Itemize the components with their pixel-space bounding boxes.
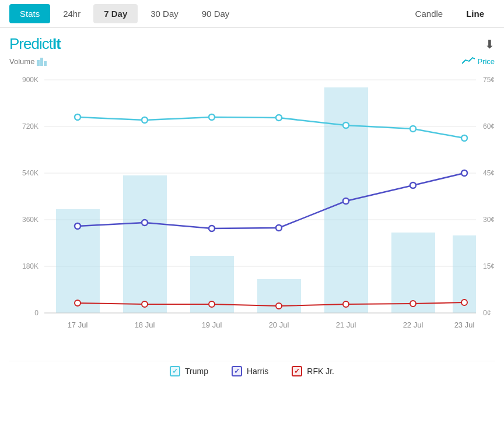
legend-harris: ✓ Harris [232,366,268,376]
chart-legend: ✓ Trump ✓ Harris ✓ RFK Jr. [9,361,495,376]
svg-text:720K: 720K [22,122,38,131]
svg-text:19 Jul: 19 Jul [202,321,222,329]
legend-rfk-label: RFK Jr. [307,367,334,376]
svg-text:75¢: 75¢ [483,76,495,84]
axis-labels-row: Volume Price [9,57,495,66]
svg-text:23 Jul: 23 Jul [454,321,475,329]
harris-dot-1 [75,223,80,229]
price-text: Price [477,57,495,66]
legend-harris-label: Harris [247,367,268,376]
volume-text: Volume [9,57,34,66]
main-chart-svg: 900K 720K 540K 360K 180K 0 75¢ 60¢ 45¢ 3… [9,68,495,354]
svg-text:180K: 180K [22,262,38,270]
trump-dot-1 [75,114,80,120]
rfk-dot-4 [276,303,282,309]
chart-svg-wrapper: 900K 720K 540K 360K 180K 0 75¢ 60¢ 45¢ 3… [9,68,495,354]
tab-30day[interactable]: 30 Day [140,4,189,23]
price-line-icon [462,57,475,66]
legend-trump-checkmark: ✓ [172,367,178,375]
svg-text:17 Jul: 17 Jul [68,321,88,329]
harris-dot-2 [142,220,148,226]
rfk-dot-7 [461,300,467,305]
legend-rfk-checkbox[interactable]: ✓ [292,366,302,376]
svg-text:900K: 900K [22,76,38,84]
harris-dot-5 [343,198,349,204]
rfk-dot-5 [343,301,349,307]
legend-harris-checkmark: ✓ [234,367,240,375]
harris-dot-3 [209,226,215,231]
legend-trump-checkbox[interactable]: ✓ [170,366,180,376]
svg-text:30¢: 30¢ [483,216,495,224]
svg-text:360K: 360K [22,216,38,224]
rfk-dot-6 [410,301,416,307]
legend-rfk: ✓ RFK Jr. [292,366,334,376]
logo-it: It [52,35,61,52]
trump-dot-4 [276,115,282,121]
legend-trump-label: Trump [185,367,208,376]
harris-dot-4 [276,225,282,231]
volume-label: Volume [9,57,47,66]
bar-18jul [123,175,167,313]
legend-rfk-checkmark: ✓ [294,367,300,375]
download-icon[interactable]: ⬇ [485,37,495,51]
trump-dot-5 [343,122,349,128]
tab-stats[interactable]: Stats [9,4,50,23]
chart-header: PredictIt ⬇ [9,35,495,53]
tab-90day[interactable]: 90 Day [191,4,240,23]
svg-text:0: 0 [34,309,38,317]
logo: PredictIt [9,35,61,53]
tab-24hr[interactable]: 24hr [52,4,91,23]
svg-text:60¢: 60¢ [483,122,495,131]
top-nav: Stats 24hr 7 Day 30 Day 90 Day Candle Li… [0,0,504,28]
svg-text:22 Jul: 22 Jul [403,321,424,329]
rfk-dot-3 [209,301,215,307]
trump-dot-7 [461,135,467,141]
price-label: Price [462,57,495,66]
trump-dot-3 [209,114,215,120]
svg-text:540K: 540K [22,169,38,177]
svg-text:18 Jul: 18 Jul [135,321,155,329]
trump-line [78,117,464,138]
chart-container: PredictIt ⬇ Volume Price [0,28,504,426]
tab-line[interactable]: Line [456,4,495,23]
svg-text:21 Jul: 21 Jul [336,321,356,329]
tab-candle[interactable]: Candle [405,4,454,23]
rfk-dot-2 [142,301,148,307]
svg-text:0¢: 0¢ [483,309,491,317]
volume-bar-icon [37,57,47,66]
svg-text:15¢: 15¢ [483,262,495,270]
logo-predict: Predict [9,35,52,52]
legend-trump: ✓ Trump [170,366,208,376]
harris-dot-7 [461,170,467,176]
svg-text:45¢: 45¢ [483,169,495,177]
legend-harris-checkbox[interactable]: ✓ [232,366,242,376]
svg-text:20 Jul: 20 Jul [269,321,289,329]
harris-dot-6 [410,182,416,188]
tab-7day[interactable]: 7 Day [93,4,138,23]
rfk-dot-1 [75,300,80,306]
trump-dot-2 [142,117,148,123]
trump-dot-6 [410,126,416,132]
